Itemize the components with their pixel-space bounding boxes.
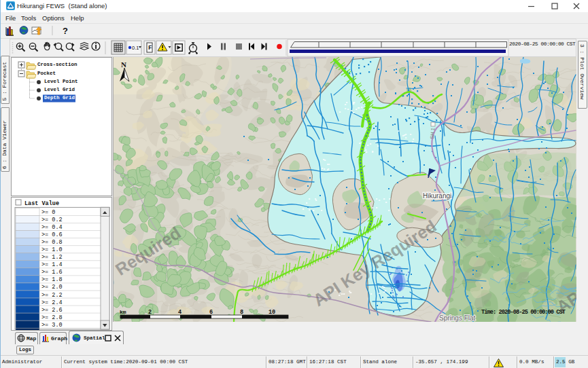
svg-text:Springs Flat: Springs Flat: [439, 314, 476, 322]
svg-text:4: 4: [178, 309, 181, 316]
svg-text:>= 2.2: >= 2.2: [41, 292, 63, 299]
svg-text:N: N: [121, 60, 126, 69]
svg-text:>= 0.6: >= 0.6: [41, 232, 63, 238]
svg-text:km: km: [120, 309, 126, 315]
svg-text:>= 2.6: >= 2.6: [41, 307, 63, 314]
svg-text:2: 2: [148, 309, 152, 316]
svg-text:>= 1.2: >= 1.2: [41, 254, 63, 261]
svg-text:6: 6: [209, 309, 213, 316]
svg-text:Time: 2020-08-25 00:00:00 CST: Time: 2020-08-25 00:00:00 CST: [481, 309, 566, 316]
svg-text:>= 0: >= 0: [41, 209, 55, 216]
svg-text:>= 3.0: >= 3.0: [41, 322, 63, 329]
svg-text:>= 1.4: >= 1.4: [41, 261, 63, 268]
svg-text:>= 1.8: >= 1.8: [41, 276, 63, 283]
svg-text:10: 10: [269, 309, 275, 316]
svg-text:0.1: 0.1: [132, 45, 139, 51]
svg-text:>= 2.8: >= 2.8: [41, 314, 63, 321]
svg-text:>= 0.8: >= 0.8: [41, 239, 63, 246]
svg-text:Hikurangi: Hikurangi: [423, 192, 451, 200]
svg-text:>= 1.6: >= 1.6: [41, 269, 63, 276]
svg-text:?: ?: [63, 26, 68, 36]
svg-text:>= 1.0: >= 1.0: [41, 246, 63, 253]
svg-text:>= 3.2: >= 3.2: [41, 329, 63, 330]
svg-text:>= 2.0: >= 2.0: [41, 284, 63, 291]
svg-text:>= 0.4: >= 0.4: [41, 224, 63, 231]
svg-text:>= 2.4: >= 2.4: [41, 299, 63, 306]
svg-text:8: 8: [240, 309, 243, 316]
svg-text:>= 0.2: >= 0.2: [41, 217, 63, 223]
svg-text:SH 1: SH 1: [429, 128, 436, 139]
svg-text:F: F: [148, 45, 152, 52]
svg-text:Last Value: Last Value: [24, 200, 59, 207]
